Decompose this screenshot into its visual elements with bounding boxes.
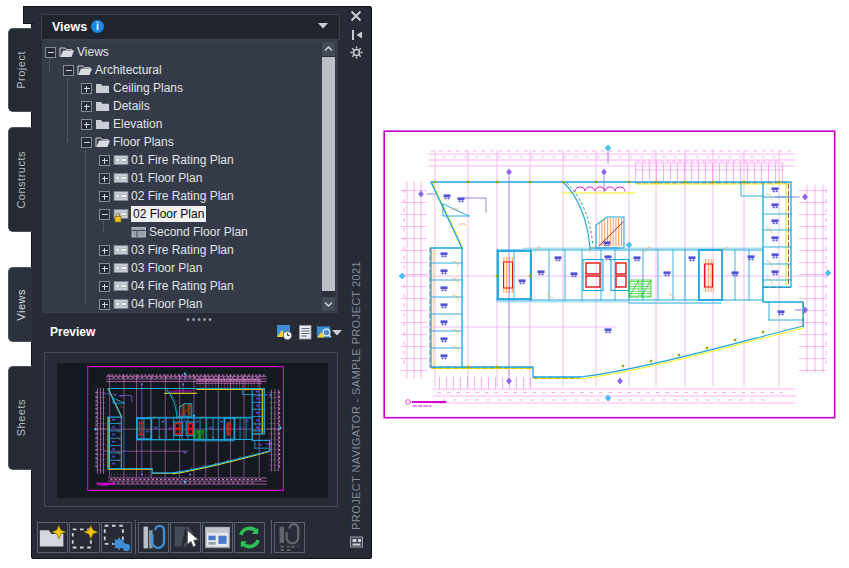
tree-item-label[interactable]: Views — [77, 44, 109, 60]
expand-icon[interactable] — [99, 245, 110, 256]
tree-item-03-floor-plan[interactable]: 03 Floor Plan — [43, 259, 337, 277]
palette-tab-constructs[interactable]: Constructs — [8, 127, 32, 232]
tree-item-label[interactable]: Ceiling Plans — [113, 80, 183, 96]
scroll-down-icon[interactable] — [322, 297, 335, 311]
tree-item-04-floor-plan[interactable]: 04 Floor Plan — [43, 295, 337, 313]
view-icon — [113, 153, 129, 167]
collapse-icon[interactable] — [81, 137, 92, 148]
tree-scrollbar[interactable] — [322, 42, 335, 311]
preview-panel — [44, 352, 338, 507]
properties-tool-button[interactable] — [202, 522, 233, 553]
preview-refresh-icon[interactable] — [276, 324, 293, 341]
refresh-button[interactable] — [234, 522, 265, 553]
collapse-icon[interactable] — [99, 209, 110, 220]
collapse-icon[interactable] — [63, 65, 74, 76]
attach-disabled-button[interactable] — [274, 522, 305, 553]
tree-item-ceiling-plans[interactable]: Ceiling Plans — [43, 79, 337, 97]
preview-thumbnail — [87, 366, 284, 491]
tree-item-architectural[interactable]: Architectural — [43, 61, 337, 79]
view-icon — [113, 189, 129, 203]
panel-options-icon[interactable] — [349, 534, 365, 550]
attach-tool-button[interactable] — [138, 522, 169, 553]
view-icon — [113, 279, 129, 293]
palette-tab-views[interactable]: Views — [8, 267, 32, 342]
detail-list-icon[interactable] — [297, 324, 314, 341]
titlebar-chevron-icon[interactable] — [318, 23, 328, 29]
add-view-button[interactable] — [69, 522, 100, 553]
tree-item-04-fire-rating-plan[interactable]: 04 Fire Rating Plan — [43, 277, 337, 295]
tree-item-label[interactable]: Elevation — [113, 116, 162, 132]
tree-item-elevation[interactable]: Elevation — [43, 115, 337, 133]
view-locked-icon — [113, 207, 129, 221]
close-icon[interactable] — [350, 10, 362, 22]
view-icon — [113, 171, 129, 185]
gear-icon[interactable] — [350, 46, 363, 59]
tree-item-second-floor-plan[interactable]: Second Floor Plan — [43, 223, 337, 241]
tree-item-label[interactable]: Floor Plans — [113, 134, 174, 150]
expand-icon[interactable] — [81, 119, 92, 130]
palette-title: Views — [52, 20, 87, 34]
tree-item-label[interactable]: 02 Fire Rating Plan — [131, 188, 234, 204]
scroll-up-icon[interactable] — [322, 42, 335, 56]
tree-item-label[interactable]: Details — [113, 98, 150, 114]
splitter-handle[interactable]: ••••• — [170, 314, 230, 325]
scrollbar-thumb[interactable] — [322, 57, 335, 291]
tree-item-label[interactable]: 03 Floor Plan — [131, 260, 202, 276]
expand-icon[interactable] — [99, 281, 110, 292]
preview-title: Preview — [50, 325, 95, 339]
hide-tool-button[interactable] — [170, 522, 201, 553]
preview-chevron-icon[interactable] — [332, 330, 342, 336]
tree-item-01-floor-plan[interactable]: 01 Floor Plan — [43, 169, 337, 187]
folder-icon — [95, 99, 111, 113]
views-tree: ViewsArchitecturalCeiling PlansDetailsEl… — [42, 40, 338, 313]
add-view-auto-button[interactable] — [101, 522, 132, 553]
palette-caption-vertical: PROJECT NAVIGATOR - SAMPLE PROJECT 2021 — [346, 278, 370, 530]
tree-item-label[interactable]: 02 Floor Plan — [131, 206, 206, 222]
preview-canvas — [57, 363, 328, 498]
tree-item-label[interactable]: 01 Floor Plan — [131, 170, 202, 186]
tree-item-floor-plans[interactable]: Floor Plans — [43, 133, 337, 151]
palette-tab-sheets[interactable]: Sheets — [8, 366, 32, 470]
view-icon — [113, 243, 129, 257]
folder-open-icon — [77, 63, 93, 77]
expand-icon[interactable] — [81, 83, 92, 94]
expand-icon[interactable] — [81, 101, 92, 112]
expand-icon[interactable] — [99, 299, 110, 310]
collapse-icon[interactable] — [45, 47, 56, 58]
folder-open-icon — [95, 135, 111, 149]
tree-item-details[interactable]: Details — [43, 97, 337, 115]
tree-item-views[interactable]: Views — [43, 43, 337, 61]
palette-tab-project[interactable]: Project — [8, 28, 32, 112]
view-icon — [113, 261, 129, 275]
tree-item-label[interactable]: 04 Fire Rating Plan — [131, 278, 234, 294]
viewport-icon — [131, 225, 147, 239]
tree-item-label[interactable]: 01 Fire Rating Plan — [131, 152, 234, 168]
preview-image-icon[interactable] — [316, 324, 333, 341]
folder-open-icon — [59, 45, 75, 59]
expand-icon[interactable] — [99, 263, 110, 274]
tree-item-label[interactable]: Second Floor Plan — [149, 224, 248, 240]
tree-item-label[interactable]: 03 Fire Rating Plan — [131, 242, 234, 258]
expand-icon[interactable] — [99, 173, 110, 184]
floor-plan-drawing — [383, 130, 836, 419]
expand-icon[interactable] — [99, 155, 110, 166]
expand-icon[interactable] — [99, 191, 110, 202]
auto-hide-icon[interactable] — [351, 29, 363, 41]
tree-item-03-fire-rating-plan[interactable]: 03 Fire Rating Plan — [43, 241, 337, 259]
add-category-button[interactable] — [37, 522, 68, 553]
view-icon — [113, 297, 129, 311]
folder-icon — [95, 81, 111, 95]
toolbar-separator — [271, 520, 272, 554]
tree-item-02-floor-plan[interactable]: 02 Floor Plan — [43, 205, 337, 223]
tree-item-label[interactable]: Architectural — [95, 62, 162, 78]
tree-item-02-fire-rating-plan[interactable]: 02 Fire Rating Plan — [43, 187, 337, 205]
tree-item-01-fire-rating-plan[interactable]: 01 Fire Rating Plan — [43, 151, 337, 169]
info-icon[interactable]: i — [91, 20, 104, 33]
folder-icon — [95, 117, 111, 131]
toolbar-separator — [135, 520, 136, 554]
tree-item-label[interactable]: 04 Floor Plan — [131, 296, 202, 312]
palette-titlebar: Views — [41, 14, 340, 40]
